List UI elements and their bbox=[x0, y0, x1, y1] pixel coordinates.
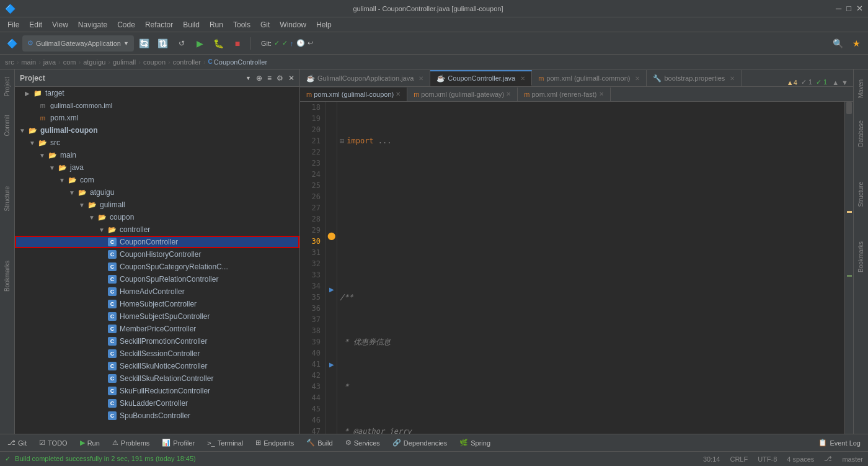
settings-button[interactable]: ★ bbox=[848, 35, 864, 52]
run-button[interactable]: ▶ bbox=[192, 35, 208, 52]
menu-view[interactable]: View bbox=[47, 19, 73, 30]
tab2-pom-gateway[interactable]: m pom.xml (gulimall-gateway) ✕ bbox=[407, 87, 518, 101]
tree-item-seckill-session[interactable]: C SeckillSessionController bbox=[15, 347, 299, 360]
tree-item-java[interactable]: ▼ 📂 java bbox=[15, 161, 299, 174]
tree-item-src[interactable]: ▼ 📂 src bbox=[15, 137, 299, 149]
sidebar-structure-label[interactable]: Structure bbox=[855, 177, 867, 212]
menu-navigate[interactable]: Navigate bbox=[73, 19, 112, 30]
tree-item-seckill-sku-notice[interactable]: C SeckillSkuNoticeController bbox=[15, 360, 299, 372]
bottom-tab-services[interactable]: ⚙ Services bbox=[343, 437, 383, 448]
tab-close-icon[interactable]: ✕ bbox=[730, 75, 735, 82]
tree-item-home-subject-spu[interactable]: C HomeSubjectSpuController bbox=[15, 310, 299, 323]
sidebar-structure-label[interactable]: Structure bbox=[4, 186, 11, 212]
breadcrumb-controller[interactable]: controller bbox=[173, 58, 201, 66]
tree-item-controller-pkg[interactable]: ▼ 📂 controller bbox=[15, 223, 299, 236]
menu-file[interactable]: File bbox=[2, 19, 24, 30]
tab-pom-common[interactable]: m pom.xml (gulimall-common) ✕ bbox=[532, 70, 647, 86]
project-settings-icon[interactable]: ⚙ bbox=[277, 74, 283, 83]
bottom-tab-build[interactable]: 🔨 Build bbox=[304, 437, 335, 448]
scroll-down-icon[interactable]: ▼ bbox=[841, 79, 848, 86]
breadcrumb-coupon[interactable]: coupon bbox=[143, 58, 166, 66]
bottom-tab-spring[interactable]: 🌿 Spring bbox=[457, 437, 493, 448]
project-dropdown-icon[interactable]: ▼ bbox=[246, 75, 251, 81]
breadcrumb-src[interactable]: src bbox=[5, 58, 14, 66]
bottom-tab-dependencies[interactable]: 🔗 Dependencies bbox=[390, 437, 450, 448]
tree-item-seckill-promo[interactable]: C SeckillPromotionController bbox=[15, 335, 299, 347]
close-button[interactable]: ✕ bbox=[856, 4, 863, 13]
sidebar-project-label[interactable]: Project bbox=[4, 77, 11, 96]
line-ending[interactable]: CRLF bbox=[730, 455, 748, 463]
bottom-tab-git[interactable]: ⎇ Git bbox=[5, 437, 29, 448]
bottom-tab-terminal[interactable]: >_ Terminal bbox=[205, 438, 246, 448]
tree-item-home-adv[interactable]: C HomeAdvController bbox=[15, 285, 299, 298]
tab-gulimall-coupon-app[interactable]: ☕ GulimallCouponApplication.java ✕ bbox=[300, 70, 430, 86]
tree-item-gulimall-pkg[interactable]: ▼ 📂 gulimall bbox=[15, 199, 299, 211]
maximize-button[interactable]: □ bbox=[846, 4, 851, 13]
sidebar-maven-label[interactable]: Maven bbox=[855, 74, 867, 103]
menu-code[interactable]: Code bbox=[112, 19, 140, 30]
encoding[interactable]: UTF-8 bbox=[758, 455, 777, 463]
tree-item-gulimall-coupon[interactable]: ▼ 📂 gulimall-coupon bbox=[15, 124, 299, 137]
tree-item-sku-ladder[interactable]: C SkuLadderController bbox=[15, 397, 299, 410]
reload-button[interactable]: ↺ bbox=[174, 35, 190, 52]
debug-button[interactable]: 🐛 bbox=[211, 35, 227, 52]
bottom-tab-eventlog[interactable]: 📋 Event Log bbox=[816, 437, 863, 448]
tab-close-icon[interactable]: ✕ bbox=[635, 75, 640, 82]
stop-button[interactable]: ■ bbox=[229, 35, 246, 52]
tree-item-home-subject[interactable]: C HomeSubjectController bbox=[15, 298, 299, 310]
menu-edit[interactable]: Edit bbox=[24, 19, 47, 30]
tab-bootstrap-props[interactable]: 🔧 bootstrap.properties ✕ bbox=[647, 70, 742, 86]
tree-item-spu-bounds[interactable]: C SpuBoundsController bbox=[15, 410, 299, 422]
tree-item-pom[interactable]: m pom.xml bbox=[15, 112, 299, 124]
project-close-icon[interactable]: ✕ bbox=[288, 74, 294, 83]
breadcrumb-com[interactable]: com bbox=[63, 58, 76, 66]
scroll-up-icon[interactable]: ▲ bbox=[832, 79, 839, 86]
tree-item-atguigu[interactable]: ▼ 📂 atguigu bbox=[15, 186, 299, 199]
indent-settings[interactable]: 4 spaces bbox=[787, 455, 814, 463]
tree-item-coupon-pkg[interactable]: ▼ 📂 coupon bbox=[15, 211, 299, 223]
menu-run[interactable]: Run bbox=[205, 19, 228, 30]
project-collapse-icon[interactable]: ≡ bbox=[267, 74, 272, 83]
code-content[interactable]: ⊞import ... /** * 优惠券信息 * bbox=[337, 102, 844, 434]
tree-item-sku-full[interactable]: C SkuFullReductionController bbox=[15, 385, 299, 397]
tab2-pom-coupon[interactable]: m pom.xml (gulimall-coupon) ✕ bbox=[300, 87, 407, 101]
menu-help[interactable]: Help bbox=[311, 19, 337, 30]
bottom-tab-endpoints[interactable]: ⊞ Endpoints bbox=[253, 437, 296, 448]
tree-item-target[interactable]: ▶ 📁 target bbox=[15, 87, 299, 99]
bottom-tab-todo[interactable]: ☑ TODO bbox=[37, 437, 70, 448]
breadcrumb-gulimall[interactable]: gulimall bbox=[113, 58, 136, 66]
cursor-position[interactable]: 30:14 bbox=[703, 455, 720, 463]
refresh-button[interactable]: 🔄 bbox=[136, 35, 153, 52]
menu-window[interactable]: Window bbox=[275, 19, 311, 30]
bottom-tab-profiler[interactable]: 📊 Profiler bbox=[159, 437, 197, 448]
menu-git[interactable]: Git bbox=[255, 19, 275, 30]
tree-item-main[interactable]: ▼ 📂 main bbox=[15, 149, 299, 161]
tree-item-common-iml[interactable]: m gulimall-common.iml bbox=[15, 99, 299, 112]
sidebar-bookmarks-right-label[interactable]: Bookmarks bbox=[855, 236, 867, 277]
breadcrumb-java[interactable]: java bbox=[43, 58, 56, 66]
menu-refactor[interactable]: Refactor bbox=[140, 19, 178, 30]
scroll-thumb[interactable] bbox=[846, 102, 852, 114]
sidebar-bookmarks-label[interactable]: Bookmarks bbox=[4, 261, 11, 292]
run-config-selector[interactable]: ⚙ GulimallGatewayApplication ▼ bbox=[22, 35, 134, 52]
tree-item-coupon-history[interactable]: C CouponHistoryController bbox=[15, 248, 299, 261]
sync-button[interactable]: 🔃 bbox=[155, 35, 171, 52]
tree-item-com[interactable]: ▼ 📂 com bbox=[15, 174, 299, 186]
bottom-tab-problems[interactable]: ⚠ Problems bbox=[110, 437, 152, 448]
project-scope-icon[interactable]: ⊕ bbox=[256, 74, 262, 83]
search-button[interactable]: 🔍 bbox=[830, 35, 846, 52]
bottom-tab-run[interactable]: ▶ Run bbox=[78, 437, 102, 448]
tree-item-seckill-sku-rel[interactable]: C SeckillSkuRelationController bbox=[15, 372, 299, 385]
menu-tools[interactable]: Tools bbox=[228, 19, 255, 30]
menu-build[interactable]: Build bbox=[178, 19, 205, 30]
tab2-close-icon[interactable]: ✕ bbox=[599, 91, 604, 97]
tab2-close-icon[interactable]: ✕ bbox=[396, 91, 401, 97]
window-controls[interactable]: ─ □ ✕ bbox=[836, 4, 863, 13]
minimize-button[interactable]: ─ bbox=[836, 4, 841, 13]
tree-item-coupon-controller[interactable]: C CouponController bbox=[15, 236, 299, 248]
tab2-pom-renren[interactable]: m pom.xml (renren-fast) ✕ bbox=[518, 87, 610, 101]
git-branch[interactable]: master bbox=[842, 455, 863, 463]
breadcrumb-atguigu[interactable]: atguigu bbox=[83, 58, 105, 66]
breadcrumb-main[interactable]: main bbox=[21, 58, 36, 66]
tab2-close-icon[interactable]: ✕ bbox=[506, 91, 511, 97]
